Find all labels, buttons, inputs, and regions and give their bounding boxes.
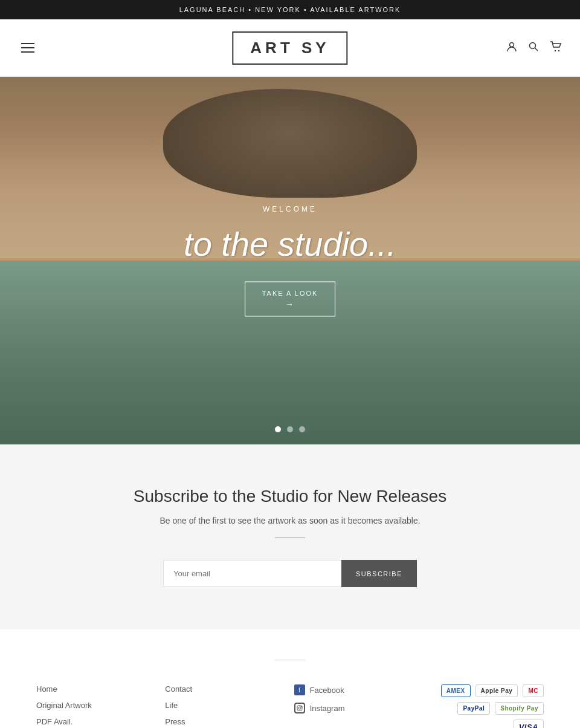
hero-welcome-label: WELCOME (184, 205, 396, 213)
svg-point-1 (530, 43, 536, 49)
footer-link-contact[interactable]: Contact (165, 684, 237, 694)
hero-cta-label: TAKE A LOOK (262, 290, 318, 297)
footer-col-payments: AMEX Apple Pay MC PayPal Shopify Pay VIS… (423, 684, 544, 728)
hero-dots (275, 426, 305, 432)
footer-col-social: f Facebook Instagram (294, 684, 367, 728)
subscribe-divider (275, 538, 305, 538)
hamburger-line-1 (21, 43, 34, 44)
payment-mastercard: MC (523, 684, 544, 697)
logo-container: ART SY (232, 31, 347, 65)
payment-visa: VISA (514, 720, 544, 728)
footer-col-2: Contact Life Press (165, 684, 237, 728)
header-right (506, 41, 562, 54)
footer: Home Original Artwork PDF Avail. Biograp… (0, 629, 580, 728)
banner-text: LAGUNA BEACH • NEW YORK • AVAILABLE ARTW… (179, 6, 401, 13)
footer-instagram-link[interactable]: Instagram (294, 703, 367, 713)
svg-line-2 (535, 48, 538, 51)
svg-point-7 (301, 706, 301, 707)
header-left (18, 40, 37, 56)
hamburger-menu-button[interactable] (18, 40, 37, 56)
footer-instagram-label: Instagram (310, 704, 345, 713)
hero-cta-button[interactable]: TAKE A LOOK → (245, 282, 336, 317)
footer-link-life[interactable]: Life (165, 701, 237, 710)
footer-columns: Home Original Artwork PDF Avail. Biograp… (36, 684, 544, 728)
footer-link-home[interactable]: Home (36, 684, 109, 694)
hero-dot-3[interactable] (299, 426, 305, 432)
subscribe-description: Be one of the first to see the artwork a… (12, 516, 568, 525)
top-banner: LAGUNA BEACH • NEW YORK • AVAILABLE ARTW… (0, 0, 580, 19)
email-input[interactable] (163, 560, 341, 587)
subscribe-title: Subscribe to the Studio for New Releases (12, 487, 568, 506)
svg-point-3 (555, 50, 556, 51)
subscribe-section: Subscribe to the Studio for New Releases… (0, 444, 580, 629)
footer-link-pdf-avail[interactable]: PDF Avail. (36, 717, 109, 726)
svg-point-6 (298, 707, 301, 709)
footer-divider (275, 660, 305, 660)
subscribe-button[interactable]: SUBSCRIBE (341, 560, 417, 587)
site-logo[interactable]: ART SY (232, 31, 347, 65)
payment-applepay: Apple Pay (475, 684, 518, 697)
hamburger-line-3 (21, 51, 34, 53)
footer-link-original-artwork[interactable]: Original Artwork (36, 701, 109, 710)
hero-cta-arrow: → (262, 299, 318, 309)
hero-title: to the studio... (184, 224, 396, 264)
hero-content: WELCOME to the studio... TAKE A LOOK → (184, 205, 396, 317)
hamburger-line-2 (21, 47, 34, 48)
subscribe-form: SUBSCRIBE (163, 560, 417, 587)
footer-facebook-link[interactable]: f Facebook (294, 684, 367, 695)
payment-paypal: PayPal (457, 702, 490, 715)
instagram-icon (294, 703, 305, 713)
footer-link-press[interactable]: Press (165, 717, 237, 726)
payment-shopifypay: Shopify Pay (495, 702, 544, 715)
header: ART SY (0, 19, 580, 77)
hero-section: WELCOME to the studio... TAKE A LOOK → (0, 77, 580, 444)
svg-point-4 (558, 50, 559, 51)
hero-dot-1[interactable] (275, 426, 281, 432)
hero-dot-2[interactable] (287, 426, 293, 432)
user-icon[interactable] (506, 41, 517, 54)
footer-facebook-label: Facebook (310, 686, 344, 695)
cart-icon[interactable] (550, 41, 562, 54)
payment-amex: AMEX (441, 684, 471, 697)
footer-col-1: Home Original Artwork PDF Avail. Biograp… (36, 684, 109, 728)
search-icon[interactable] (528, 41, 539, 54)
payment-icons: AMEX Apple Pay MC PayPal Shopify Pay VIS… (423, 684, 544, 728)
svg-point-0 (510, 43, 514, 47)
facebook-icon: f (294, 684, 305, 695)
